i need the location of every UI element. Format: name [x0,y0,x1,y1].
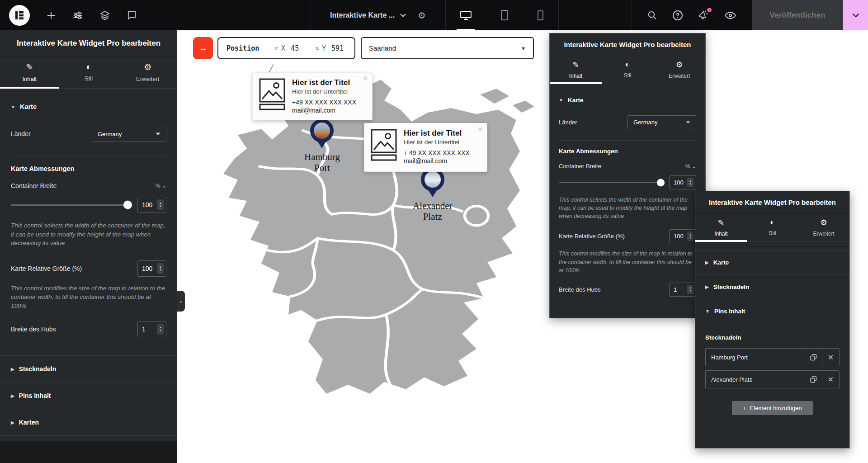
region-select[interactable]: Saarland ▼ [361,37,534,59]
laender-select[interactable]: Germany [627,115,696,129]
section-pins-inhalt[interactable]: ▼ Pins Inhalt [695,299,849,323]
publish-button[interactable]: Veröffentlichen [752,0,843,30]
device-desktop-button[interactable] [460,0,472,30]
remove-icon[interactable]: ✕ [822,349,839,366]
repeater-label: Stecknadeln [705,334,840,341]
tab-stil[interactable]: ◐ Stil [747,218,798,241]
pin-label-hamburg-port: Hamburg Port [304,151,340,173]
tooltip-phone: +49 XX XXX XXX XXX [292,99,356,106]
unit-select[interactable]: % ⌄ [685,163,696,170]
hub-width-input-wrap: ▲▼ [669,283,696,297]
laender-select[interactable]: Germany [92,126,166,142]
container-width-slider[interactable] [11,204,131,206]
x-value[interactable]: 45 [291,44,299,52]
map-pin-hamburg-port[interactable]: Hamburg Port [304,119,340,173]
slider-thumb[interactable] [657,179,665,186]
tooltip-title: Hier ist der Titel [404,129,470,138]
tab-inhalt[interactable]: ✎ Inhalt [695,218,747,241]
drag-position-button[interactable]: ↔ [193,37,213,59]
divider [559,140,696,141]
gear-icon: ⚙ [144,62,151,72]
tooltip-email[interactable]: mail@mail.com [292,107,356,114]
tooltip-email[interactable]: mail@mail.com [404,157,470,165]
relative-size-input-wrap: ▲▼ [669,229,696,243]
relative-size-input[interactable] [674,233,687,240]
add-element-icon[interactable] [46,10,56,20]
container-width-slider[interactable] [559,182,664,183]
position-control[interactable]: Position ⇄ X 45 ⇅ Y 591 [217,37,355,59]
tooltip-phone: + 49 XX XXX XXX XXX [404,149,470,156]
elementor-logo[interactable] [9,5,30,26]
section-stecknadeln[interactable]: ▶ Stecknadeln [695,275,849,299]
device-tablet-button[interactable] [500,0,509,30]
section-pins-inhalt[interactable]: ▶ Pins Inhalt [0,382,177,409]
section-karte[interactable]: ▶ Karte [695,250,849,275]
container-width-input[interactable] [674,179,687,186]
tab-stil[interactable]: ◐ Stil [602,60,654,84]
site-settings-sliders-icon[interactable] [72,10,83,21]
add-element-button[interactable]: + Element hinzufügen [732,401,813,415]
tab-stil[interactable]: ◐ Stil [59,62,118,88]
document-title-dropdown[interactable]: Interaktive Karte ... [330,11,406,19]
section-stecknadeln[interactable]: ▶ Stecknadeln [0,355,177,382]
relative-size-input[interactable] [142,265,157,272]
caret-down-icon: ▼ [705,309,710,314]
publish-options-chevron-button[interactable] [843,0,868,30]
tab-inhalt[interactable]: ✎ Inhalt [0,62,59,88]
tooltip-subtitle: Hier ist der Untertitel [292,88,356,95]
repeater-item-name[interactable]: Hamburg Port [706,349,805,366]
dropdown-arrow-icon: ▼ [521,46,526,51]
structure-layers-icon[interactable] [99,10,110,21]
container-width-slider-row: ▲▼ [11,197,166,213]
notes-comment-icon[interactable] [127,10,137,20]
number-stepper[interactable]: ▲▼ [157,263,164,274]
hub-width-input[interactable] [674,286,687,293]
search-icon[interactable] [647,10,657,20]
close-icon[interactable]: ✕ [363,75,368,82]
gear-icon: ⚙ [676,60,683,70]
whats-new-megaphone-icon[interactable] [698,10,709,21]
number-stepper[interactable]: ▲▼ [687,178,693,187]
map-pin-alexander-platz[interactable]: Alexander Platz [413,168,452,222]
section-karten[interactable]: ▶ Karten [0,409,177,436]
help-icon[interactable]: ? [673,10,683,20]
tab-erweitert[interactable]: ⚙ Erweitert [798,218,849,241]
device-mobile-button[interactable] [537,0,544,30]
panel-collapse-handle[interactable]: ‹ [177,291,185,312]
number-stepper[interactable]: ▲▼ [687,285,693,294]
tab-erweitert[interactable]: ⚙ Erweitert [118,62,177,88]
tab-erweitert[interactable]: ⚙ Erweitert [653,60,705,84]
pencil-icon: ✎ [718,218,724,227]
duplicate-icon[interactable] [805,349,822,366]
tab-inhalt[interactable]: ✎ Inhalt [550,60,602,84]
toolbar-divider [558,0,559,30]
number-stepper[interactable]: ▲▼ [157,324,164,335]
page-settings-gear-icon[interactable]: ⚙ [418,10,426,21]
number-stepper[interactable]: ▲▼ [157,199,164,210]
contrast-icon: ◐ [86,62,91,72]
x-axis-label: X [281,44,285,52]
close-icon[interactable]: ✕ [477,126,483,133]
top-toolbar: Interaktive Karte ... ⚙ ? [0,0,868,30]
section-karte[interactable]: ▼ Karte [559,97,696,104]
chevron-down-icon [400,14,406,17]
repeater-item-name[interactable]: Alexander Platz [706,371,805,388]
container-width-input-wrap: ▲▼ [669,175,696,189]
notification-dot [707,8,712,12]
preview-eye-icon[interactable] [724,10,736,20]
document-title: Interaktive Karte ... [330,11,395,19]
image-placeholder-icon [371,129,397,161]
laender-control: Länder Germany [559,115,696,129]
number-stepper[interactable]: ▲▼ [687,232,693,241]
unit-select[interactable]: % ⌄ [156,183,166,189]
slider-thumb[interactable] [123,201,132,209]
remove-icon[interactable]: ✕ [822,371,839,388]
container-width-input[interactable] [142,201,157,208]
image-placeholder-icon [259,78,285,111]
y-value[interactable]: 591 [331,44,344,52]
duplicate-icon[interactable] [805,371,822,388]
contrast-icon: ◐ [625,60,630,69]
section-karte[interactable]: ▼ Karte [11,103,166,110]
hub-width-input[interactable] [142,326,157,333]
caret-right-icon: ▶ [11,367,14,372]
